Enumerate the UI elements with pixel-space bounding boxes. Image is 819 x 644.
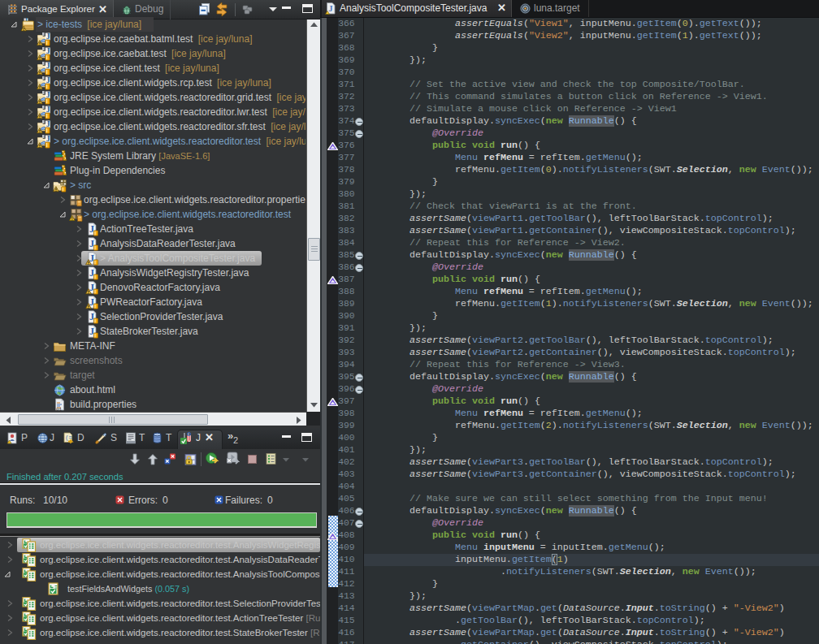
svg-text:J: J [46,76,50,84]
svg-text:J: J [46,47,50,55]
svg-text:J: J [46,91,50,99]
svg-text:J: J [329,4,333,13]
svg-text:J: J [46,120,50,128]
svg-text:J: J [46,135,50,143]
svg-text:J: J [46,32,50,41]
svg-text:J: J [46,106,50,114]
svg-text:J: J [46,62,50,70]
